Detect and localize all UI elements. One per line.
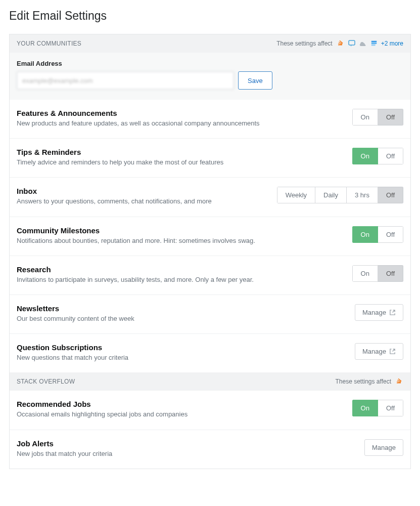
row-title: Features & Announcements xyxy=(17,109,260,117)
row-desc: New jobs that match your criteria xyxy=(17,449,112,458)
affects-label: These settings affect xyxy=(335,378,391,385)
email-block: Email Address Save xyxy=(10,53,410,100)
toggle-on[interactable]: On xyxy=(352,400,378,416)
row-title: Research xyxy=(17,265,254,274)
page-title: Edit Email Settings xyxy=(9,9,411,23)
section-header-label: YOUR COMMUNITIES xyxy=(17,40,81,47)
row-desc: Invitations to participate in surveys, u… xyxy=(17,275,254,284)
inbox-off[interactable]: Off xyxy=(378,187,403,203)
layers-icon xyxy=(370,39,378,48)
toggle-on[interactable]: On xyxy=(352,148,378,164)
toggle-on[interactable]: On xyxy=(352,265,378,282)
inbox-daily[interactable]: Daily xyxy=(315,187,347,203)
manage-label: Manage xyxy=(362,309,386,316)
row-desc: Timely advice and reminders to help you … xyxy=(17,158,223,167)
row-milestones: Community Milestones Notifications about… xyxy=(10,217,410,256)
manage-label: Manage xyxy=(372,444,396,451)
toggle-research: On Off xyxy=(352,265,403,282)
row-research: Research Invitations to participate in s… xyxy=(10,256,410,294)
row-desc: Our best community content of the week xyxy=(17,314,134,323)
toggle-off[interactable]: Off xyxy=(378,109,403,125)
affects-sites: These settings affect xyxy=(335,377,403,386)
stackexchange-icon xyxy=(348,39,356,48)
toggle-features: On Off xyxy=(352,109,403,125)
settings-panel: YOUR COMMUNITIES These settings affect +… xyxy=(9,34,411,469)
svg-rect-0 xyxy=(349,40,355,45)
row-title: Newsletters xyxy=(17,304,134,313)
toggle-off[interactable]: Off xyxy=(378,400,403,416)
toggle-tips: On Off xyxy=(352,148,403,164)
manage-jobalerts-button[interactable]: Manage xyxy=(364,439,403,456)
row-title: Question Subscriptions xyxy=(17,343,128,352)
section-header-stackoverflow: STACK OVERFLOW These settings affect xyxy=(10,372,410,391)
stackoverflow-icon xyxy=(395,377,403,386)
stackoverflow-icon xyxy=(337,39,345,48)
manage-label: Manage xyxy=(362,348,386,355)
row-desc: Notifications about bounties, reputation… xyxy=(17,236,255,245)
email-label: Email Address xyxy=(17,60,403,67)
row-desc: Answers to your questions, comments, cha… xyxy=(17,197,212,206)
save-button[interactable]: Save xyxy=(238,71,272,90)
row-newsletters: Newsletters Our best community content o… xyxy=(10,294,410,333)
manage-questions-button[interactable]: Manage xyxy=(355,343,403,360)
row-features: Features & Announcements New products an… xyxy=(10,100,410,138)
row-recjobs: Recommended Jobs Occasional emails highl… xyxy=(10,391,410,429)
toggle-recjobs: On Off xyxy=(352,400,403,416)
row-title: Community Milestones xyxy=(17,226,255,235)
toggle-off[interactable]: Off xyxy=(378,265,403,282)
external-link-icon xyxy=(389,309,396,316)
email-field[interactable] xyxy=(17,71,234,90)
svg-rect-1 xyxy=(371,41,377,43)
row-jobalerts: Job Alerts New jobs that match your crit… xyxy=(10,430,410,469)
section-header-label: STACK OVERFLOW xyxy=(17,378,75,385)
row-title: Job Alerts xyxy=(17,439,112,448)
toggle-off[interactable]: Off xyxy=(378,226,403,243)
toggle-inbox: Weekly Daily 3 hrs Off xyxy=(277,187,403,203)
row-inbox: Inbox Answers to your questions, comment… xyxy=(10,177,410,216)
row-desc: New products and feature updates, as wel… xyxy=(17,119,260,128)
row-desc: Occasional emails highlighting special j… xyxy=(17,410,188,419)
toggle-on[interactable]: On xyxy=(352,226,378,243)
affects-sites: These settings affect +2 more xyxy=(276,39,403,48)
more-sites-link[interactable]: +2 more xyxy=(381,40,403,47)
row-title: Recommended Jobs xyxy=(17,400,188,408)
toggle-milestones: On Off xyxy=(352,226,403,243)
row-desc: New questions that match your criteria xyxy=(17,353,128,362)
svg-rect-2 xyxy=(371,43,377,44)
manage-newsletters-button[interactable]: Manage xyxy=(355,304,403,321)
inbox-3hrs[interactable]: 3 hrs xyxy=(347,187,378,203)
inbox-weekly[interactable]: Weekly xyxy=(277,187,315,203)
section-header-communities: YOUR COMMUNITIES These settings affect +… xyxy=(10,34,410,53)
cloud-icon xyxy=(359,39,367,48)
external-link-icon xyxy=(389,348,396,355)
svg-rect-3 xyxy=(371,45,375,46)
row-tips: Tips & Reminders Timely advice and remin… xyxy=(10,138,410,177)
row-title: Inbox xyxy=(17,187,212,195)
row-title: Tips & Reminders xyxy=(17,148,223,156)
toggle-on[interactable]: On xyxy=(352,109,378,125)
toggle-off[interactable]: Off xyxy=(378,148,403,164)
affects-label: These settings affect xyxy=(276,40,333,47)
row-questions: Question Subscriptions New questions tha… xyxy=(10,333,410,372)
